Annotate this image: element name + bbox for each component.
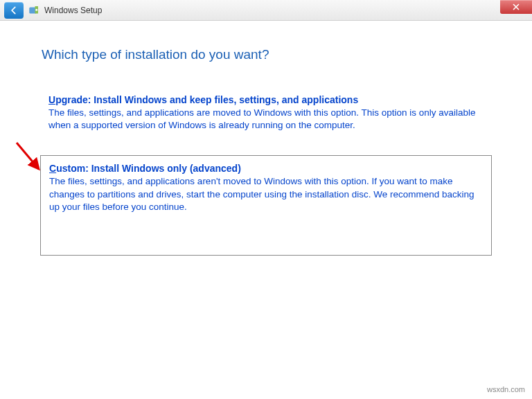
setup-icon	[28, 4, 40, 17]
back-button[interactable]	[4, 2, 24, 19]
close-icon	[513, 3, 520, 10]
window-title: Windows Setup	[44, 6, 102, 15]
arrow-left-icon	[9, 6, 19, 15]
option-custom[interactable]: Custom: Install Windows only (advanced) …	[40, 155, 492, 256]
content-area: Which type of installation do you want? …	[0, 21, 532, 256]
titlebar: Windows Setup	[0, 0, 532, 21]
watermark: wsxdn.com	[487, 385, 525, 393]
option-custom-desc: The files, settings, and applications ar…	[49, 175, 483, 213]
option-upgrade-desc: The files, settings, and applications ar…	[48, 107, 484, 132]
close-button[interactable]	[500, 0, 532, 14]
option-upgrade[interactable]: Upgrade: Install Windows and keep files,…	[42, 90, 490, 136]
svg-point-1	[35, 8, 37, 10]
option-upgrade-title: Upgrade: Install Windows and keep files,…	[48, 94, 484, 105]
option-custom-title: Custom: Install Windows only (advanced)	[49, 163, 483, 174]
page-heading: Which type of installation do you want?	[42, 47, 490, 62]
